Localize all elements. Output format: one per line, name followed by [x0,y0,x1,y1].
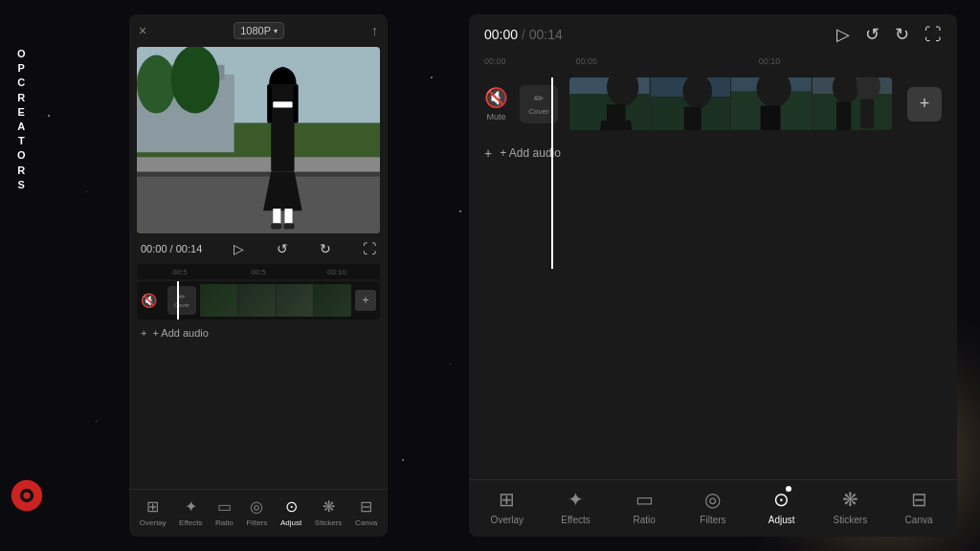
mute-button-mini[interactable]: 🔇 [141,293,164,308]
overlay-label-left: Overlay [140,518,167,527]
dropdown-arrow-icon: ▾ [274,27,278,35]
svg-point-7 [137,55,176,114]
right-time-total: 00:14 [529,27,563,42]
undo-button-right[interactable]: ↺ [865,24,880,45]
panel-header: × 1080P ▾ ↑ [129,14,388,47]
redo-button-right[interactable]: ↻ [895,24,909,45]
ratio-label-left: Ratio [215,518,234,527]
timeline-mini: 00:5 00:5 00:10 🔇 ✏ Cover + [129,264,388,321]
brand-vertical: O P C R E A T O R S [17,48,27,191]
film-frame-3-mini [277,284,315,317]
bottom-toolbar-left: ⊞ Overlay ✦ Effects ▭ Ratio ◎ Filters ⊙ … [129,489,388,537]
play-button-right[interactable]: ▷ [836,24,850,45]
add-audio-plus-icon: + [141,327,146,339]
svg-rect-9 [137,172,380,233]
fullscreen-button-right[interactable]: ⛶ [924,25,942,45]
cover-icon-large: ✏ [534,92,544,105]
filters-icon-right: ◎ [704,488,721,511]
right-ruler: 00:00 00:05 00:10 [469,55,957,70]
ruler-tick-0: 00:00 [484,56,576,66]
filters-label-left: Filters [246,518,267,527]
overlay-icon-left: ⊞ [146,497,159,516]
svg-rect-20 [283,223,294,229]
mute-icon-large: 🔇 [484,86,508,109]
film-frame-1 [569,77,651,130]
tool-ratio-left[interactable]: ▭ Ratio [215,497,234,527]
film-frame-1-mini [200,284,238,317]
svg-rect-38 [860,99,874,129]
film-frame-4 [813,77,893,130]
add-audio-row-left[interactable]: + + Add audio [129,321,388,344]
adjust-label-left: Adjust [280,518,301,527]
tool-effects-left[interactable]: ✦ Effects [179,497,202,527]
right-time-display: 00:00 / 00:14 [484,27,563,42]
tool-effects-right[interactable]: ✦ Effects [549,488,602,525]
resolution-badge[interactable]: 1080P ▾ [234,22,284,39]
add-clip-button-large[interactable]: + [907,87,942,121]
stickers-label-left: Stickers [315,518,342,527]
brand-letter-o2: O [17,149,27,162]
svg-rect-24 [607,104,625,130]
tool-overlay-left[interactable]: ⊞ Overlay [140,497,167,527]
video-frame [137,47,380,233]
brand-letter-r: R [17,92,26,104]
time-controls: 00:00 / 00:14 ▷ ↺ ↻ ⛶ [129,233,388,264]
right-controls: ▷ ↺ ↻ ⛶ [836,24,942,45]
stickers-icon-left: ❋ [323,497,335,516]
timeline-tracks: 🔇 Mute ✏ Cover [484,77,942,269]
right-time-sep: / [522,27,529,42]
filmstrip-mini [200,284,351,317]
right-panel: 00:00 / 00:14 ▷ ↺ ↻ ⛶ 00:00 00:05 00:10 … [469,14,957,537]
svg-point-2 [23,492,30,498]
cover-thumb-mini[interactable]: ✏ Cover [167,286,196,315]
overlay-label-right: Overlay [491,515,523,525]
left-time-current: 00:00 [141,243,167,254]
svg-rect-36 [836,101,851,130]
svg-rect-19 [271,223,281,229]
brand-letter-o: O [17,48,27,60]
tool-overlay-right[interactable]: ⊞ Overlay [480,488,533,525]
tool-filters-right[interactable]: ◎ Filters [686,488,739,525]
tool-adjust-left[interactable]: ⊙ Adjust [280,497,301,527]
undo-button-left[interactable]: ↺ [277,241,288,256]
filmstrip-large [569,77,892,130]
tool-stickers-left[interactable]: ❋ Stickers [315,497,342,527]
upload-icon[interactable]: ↑ [371,23,378,38]
left-panel: × 1080P ▾ ↑ [129,14,388,537]
tool-filters-left[interactable]: ◎ Filters [246,497,267,527]
brand-letter-t: T [18,135,26,147]
fullscreen-button-left[interactable]: ⛶ [363,241,376,256]
adjust-icon-left: ⊙ [285,497,298,516]
adjust-active-indicator [786,486,791,492]
tool-canva-right[interactable]: ⊟ Canva [893,488,946,525]
playhead-mini [177,281,179,320]
ratio-label-right: Ratio [634,515,656,525]
tool-adjust-right[interactable]: ⊙ Adjust [755,488,808,525]
brand-letter-e: E [18,106,26,119]
mute-label-large: Mute [486,112,505,121]
ruler-tick-2: 00:10 [759,56,942,66]
play-button-left[interactable]: ▷ [234,241,244,256]
brand-letter-a: A [17,121,26,133]
add-clip-button-mini[interactable]: + [355,290,376,311]
tool-canva-left[interactable]: ⊟ Canva [355,497,377,527]
mute-button-large[interactable]: 🔇 Mute [484,86,508,121]
close-button[interactable]: × [139,23,146,38]
scene-svg [137,47,380,233]
ruler-mark-2: 00:5 [219,268,298,276]
canva-icon-right: ⊟ [911,488,927,511]
tool-ratio-right[interactable]: ▭ Ratio [618,488,671,525]
add-audio-plus-icon-large: + [484,145,492,161]
film-frame-2-mini [238,284,277,317]
tool-stickers-right[interactable]: ❋ Stickers [824,488,877,525]
canva-icon-left: ⊟ [360,497,372,516]
filters-icon-left: ◎ [250,497,263,516]
video-preview [137,47,380,233]
film-frame-4-mini [314,284,351,317]
svg-rect-11 [137,157,380,171]
svg-rect-14 [267,84,272,123]
adjust-icon-wrapper: ⊙ [773,488,790,511]
ruler-mark-1: 00:5 [141,268,219,276]
right-header: 00:00 / 00:14 ▷ ↺ ↻ ⛶ [469,14,957,55]
redo-button-left[interactable]: ↻ [320,241,331,256]
